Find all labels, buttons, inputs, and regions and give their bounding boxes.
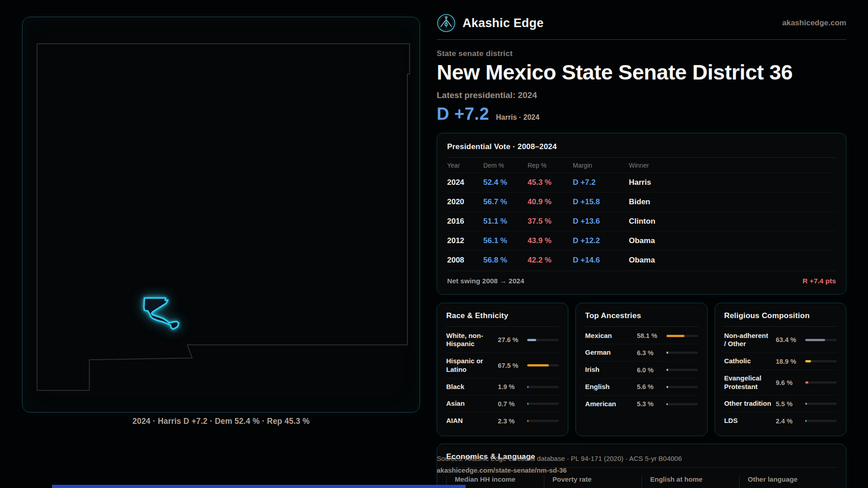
stat-value: 5.5 % (776, 400, 801, 408)
stat-row: Black1.9 % (446, 378, 559, 395)
demographic-panel: Top AncestriesMexican58.1 %German6.3 %Ir… (576, 303, 707, 436)
stat-row: Hispanic or Latino67.5 % (446, 352, 559, 378)
stat-row: LDS2.4 % (724, 412, 837, 429)
net-swing-value: R +7.4 pts (802, 277, 836, 285)
stat-bar-fill (666, 352, 668, 354)
stat-label: English (585, 383, 632, 391)
site-header: Akashic Edge akashicedge.com (437, 14, 846, 40)
stat-value: 6.3 % (637, 349, 662, 357)
stat-label: Other tradition (724, 399, 772, 408)
stat-bar (805, 360, 837, 362)
stat-row: German6.3 % (585, 344, 698, 361)
table-header-row: YearDem %Rep %MarginWinner (447, 158, 836, 173)
table-row: 200856.8 %42.2 %D +14.6Obama (447, 250, 836, 270)
stat-bar (527, 386, 559, 388)
demographic-panel: Religious CompositionNon-adherent / Othe… (715, 303, 846, 436)
stat-label: AIAN (446, 417, 494, 425)
column-header: Year (447, 162, 483, 169)
table-row: 202056.7 %40.9 %D +15.8Biden (447, 192, 836, 211)
dem-cell: 56.8 % (483, 256, 528, 265)
demographic-panel-title: Race & Ethnicity (446, 311, 559, 320)
headline-context: Harris · 2024 (496, 113, 539, 122)
stat-row: Catholic18.9 % (724, 352, 837, 370)
stat-bar-fill (527, 339, 536, 341)
divider (585, 326, 698, 327)
year-cell: 2020 (447, 197, 483, 206)
eyebrow-label: State senate district (437, 49, 846, 58)
stat-bar (805, 403, 837, 405)
new-mexico-map (23, 17, 420, 412)
stat-value: 1.9 % (498, 383, 523, 390)
stat-value: 0.7 % (498, 400, 523, 408)
winner-cell: Obama (629, 236, 836, 245)
stat-label: Hispanic or Latino (446, 357, 494, 374)
stat-bar (527, 364, 559, 366)
economic-stat: Other language42.4 % (739, 475, 837, 488)
brand-domain: akashicedge.com (782, 19, 846, 28)
demographic-panel-title: Religious Composition (724, 311, 837, 320)
year-cell: 2024 (447, 178, 483, 187)
stat-row: Mexican58.1 % (585, 328, 698, 344)
state-outline (37, 44, 410, 390)
stat-bar-fill (805, 360, 811, 362)
stat-label: Asian (446, 399, 494, 408)
stat-row: Irish6.0 % (585, 361, 698, 378)
stat-value: 67.5 % (498, 362, 523, 369)
stat-value: 27.6 % (498, 336, 523, 343)
stat-value: 5.6 % (637, 383, 662, 390)
demographic-rows: Mexican58.1 %German6.3 %Irish6.0 %Englis… (585, 328, 698, 413)
margin-cell: D +13.6 (573, 217, 629, 226)
year-cell: 2012 (447, 236, 483, 245)
brand-name: Akashic Edge (462, 16, 543, 30)
district-map-panel (22, 17, 420, 413)
stat-row: Other tradition5.5 % (724, 395, 837, 412)
akashic-edge-logo-icon (437, 14, 456, 33)
demographic-panel: Race & EthnicityWhite, non-Hispanic27.6 … (437, 303, 568, 436)
detail-column: Akashic Edge akashicedge.com State senat… (437, 14, 846, 488)
winner-cell: Harris (629, 178, 836, 187)
rep-cell: 40.9 % (528, 197, 573, 206)
stat-bar-fill (527, 364, 548, 366)
stat-bar-fill (666, 369, 668, 371)
table-row: 201256.1 %43.9 %D +12.2Obama (447, 231, 836, 250)
stat-value: 58.1 % (637, 332, 662, 339)
stat-bar-fill (805, 420, 807, 422)
rep-cell: 45.3 % (528, 178, 573, 187)
dem-cell: 56.7 % (483, 197, 528, 206)
economic-stat: English at home57.6 % (642, 475, 739, 488)
economic-stat-label: Other language (748, 475, 837, 483)
stat-bar (805, 381, 837, 384)
dem-cell: 56.1 % (483, 236, 528, 245)
stat-bar-fill (666, 386, 668, 388)
stat-label: LDS (724, 417, 772, 425)
stat-row: Evangelical Protestant9.6 % (724, 370, 837, 395)
winner-cell: Obama (629, 256, 836, 265)
headline-margin-value: D +7.2 (437, 104, 489, 124)
table-row: 202452.4 %45.3 %D +7.2Harris (447, 173, 836, 192)
stat-bar-fill (805, 381, 808, 384)
margin-cell: D +14.6 (573, 256, 629, 265)
stat-value: 9.6 % (776, 379, 801, 386)
column-header: Dem % (483, 162, 528, 169)
stat-value: 18.9 % (776, 358, 801, 365)
stat-label: White, non-Hispanic (446, 332, 494, 349)
stat-bar-fill (666, 335, 685, 337)
stat-bar (666, 403, 698, 405)
stat-bar (666, 386, 698, 388)
stat-label: Non-adherent / Other (724, 332, 772, 349)
stat-value: 5.3 % (637, 400, 662, 408)
margin-cell: D +15.8 (573, 197, 629, 206)
stat-bar (666, 369, 698, 371)
rep-cell: 42.2 % (528, 256, 573, 265)
stat-bar-fill (666, 403, 668, 405)
stat-bar (666, 335, 698, 337)
stat-bar-fill (527, 403, 528, 405)
year-cell: 2016 (447, 217, 483, 226)
dem-cell: 51.1 % (483, 217, 528, 226)
stat-row: American5.3 % (585, 395, 698, 413)
stat-row: White, non-Hispanic27.6 % (446, 328, 559, 353)
stat-value: 2.4 % (776, 418, 801, 425)
demographic-panel-title: Top Ancestries (585, 311, 698, 320)
stat-row: AIAN2.3 % (446, 412, 559, 429)
stat-bar (666, 352, 698, 354)
